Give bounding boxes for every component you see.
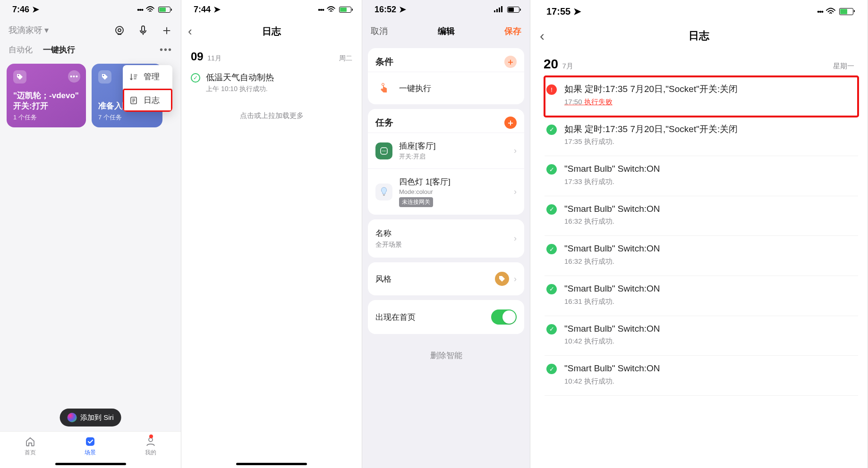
log-list: !如果 定时:17:35 7月20日,"Socket"开关:关闭17:50 执行… [530, 76, 868, 396]
tabbar-label: 我的 [145, 449, 156, 457]
log-time: 17:50 [564, 98, 584, 106]
home-indicator[interactable] [236, 463, 307, 465]
cellular-bars-icon [494, 6, 503, 14]
svg-point-16 [384, 150, 385, 151]
tap-icon [375, 80, 392, 97]
log-row[interactable]: ✓"Smart Bulb" Switch:ON16:32 执行成功. [545, 196, 858, 236]
date-left: 09 11月 [191, 50, 221, 63]
back-icon[interactable]: ‹ [540, 28, 545, 44]
status-time: 7:46 ➤ [12, 4, 39, 15]
log-result: 执行成功. [584, 217, 614, 225]
location-arrow-icon: ➤ [32, 4, 39, 15]
status-time: 7:44 ➤ [194, 4, 221, 15]
section-title: 任务 [375, 117, 393, 129]
log-time: 10:42 [564, 337, 584, 345]
camera-icon[interactable] [114, 25, 125, 36]
svg-rect-14 [381, 148, 387, 154]
log-row[interactable]: !如果 定时:17:35 7月20日,"Socket"开关:关闭17:50 执行… [545, 76, 858, 117]
clock: 16:52 [374, 5, 396, 15]
plus-icon[interactable]: ＋ [161, 25, 172, 36]
mic-icon[interactable] [137, 25, 149, 36]
log-row[interactable]: ✓"Smart Bulb" Switch:ON16:32 执行成功. [545, 236, 858, 276]
siri-label: 添加到 Siri [80, 413, 114, 422]
popover-log[interactable]: 日志 [123, 89, 172, 112]
scene-tabs: 自动化 一键执行 ••• [0, 40, 181, 60]
popover-manage-label: 管理 [144, 71, 160, 82]
scene-card-title: "迈凯轮；-vdevo" 开关:打开 [13, 91, 79, 111]
log-time: 16:31 [564, 297, 584, 305]
log-result: 执行失败 [584, 98, 613, 106]
name-row[interactable]: 名称 全开场景 › [368, 219, 524, 258]
log-title: "Smart Bulb" Switch:ON [564, 203, 856, 216]
nav-bar: ‹ 日志 [530, 23, 868, 49]
tabbar-me[interactable]: 我的 [145, 435, 157, 457]
chevron-right-icon: › [514, 187, 517, 197]
load-more-hint[interactable]: 点击或上拉加载更多 [181, 111, 362, 120]
success-icon: ✓ [546, 125, 557, 135]
svg-point-0 [116, 26, 123, 34]
tab-auto[interactable]: 自动化 [9, 44, 33, 55]
date-header: 09 11月 周二 [181, 43, 362, 67]
log-sub: 10:42 执行成功. [564, 377, 856, 386]
battery-icon [507, 7, 519, 13]
task-body: 四色灯 1[客厅] Mode:colour 未连接网关 [399, 176, 507, 207]
add-condition-icon[interactable]: ＋ [504, 56, 517, 68]
log-sub: 16:32 执行成功. [564, 217, 856, 226]
card-menu-icon[interactable]: ••• [68, 70, 80, 83]
wifi-icon [826, 8, 835, 15]
condition-section: 条件 ＋ 一键执行 [368, 48, 524, 104]
log-title: 低温天气自动制热 [206, 72, 274, 83]
more-popover: 管理 日志 [123, 65, 172, 112]
log-row[interactable]: ✓"Smart Bulb" Switch:ON16:31 执行成功. [545, 276, 858, 316]
log-sub: 17:50 执行失败 [564, 98, 856, 107]
task-sub: 开关:开启 [399, 152, 507, 161]
toggle-switch[interactable] [491, 309, 517, 325]
scene-card[interactable]: ••• "迈凯轮；-vdevo" 开关:打开 1 个任务 [7, 64, 86, 127]
log-row[interactable]: ✓"Smart Bulb" Switch:ON10:42 执行成功. [545, 316, 858, 356]
log-body: "Smart Bulb" Switch:ON17:33 执行成功. [564, 163, 856, 186]
add-task-icon[interactable]: ＋ [504, 117, 517, 129]
popover-manage[interactable]: 管理 [123, 65, 172, 89]
tab-one-tap[interactable]: 一键执行 [43, 44, 75, 55]
style-row[interactable]: 风格 › [368, 262, 524, 295]
date-month: 11月 [207, 54, 221, 62]
home-select[interactable]: 我滴家呀 ▾ [9, 25, 49, 36]
home-select-label: 我滴家呀 [9, 25, 43, 36]
cellular-icon: ••• [137, 6, 143, 14]
log-row[interactable]: ✓"Smart Bulb" Switch:ON17:33 执行成功. [545, 156, 858, 196]
home-indicator[interactable] [55, 463, 126, 465]
condition-row[interactable]: 一键执行 [368, 72, 524, 104]
status-right: ••• [817, 8, 853, 16]
siri-pill[interactable]: 添加到 Siri [60, 409, 121, 426]
task-row[interactable]: 四色灯 1[客厅] Mode:colour 未连接网关 › [368, 168, 524, 215]
log-body: "Smart Bulb" Switch:ON16:32 执行成功. [564, 242, 856, 266]
back-icon[interactable]: ‹ [188, 24, 192, 39]
battery-icon [339, 7, 351, 13]
style-label: 风格 [375, 274, 391, 284]
log-title: "Smart Bulb" Switch:ON [564, 362, 856, 375]
task-sub: Mode:colour [399, 188, 507, 195]
popover-log-label: 日志 [144, 95, 160, 106]
save-button[interactable]: 保存 [504, 25, 521, 37]
battery-icon [839, 8, 853, 15]
log-row[interactable]: ✓ 低温天气自动制热 上午 10:10 执行成功. [181, 67, 362, 95]
tabbar-scene[interactable]: 场景 [84, 435, 96, 457]
date-day: 09 [191, 50, 204, 63]
chevron-down-icon: ▾ [44, 25, 49, 35]
task-row[interactable]: 插座[客厅] 开关:开启 › [368, 133, 524, 168]
log-title: "Smart Bulb" Switch:ON [564, 323, 856, 335]
screen-log-simple: 7:44 ➤ ••• ‹ 日志 09 11月 周二 ✓ 低温天气自动制热 上午 … [181, 0, 362, 468]
scene-card-sub: 1 个任务 [13, 113, 79, 122]
chevron-right-icon: › [514, 234, 517, 243]
delete-button[interactable]: 删除智能 [362, 339, 530, 372]
log-row[interactable]: ✓如果 定时:17:35 7月20日,"Socket"开关:关闭17:35 执行… [545, 117, 858, 157]
log-row[interactable]: ✓"Smart Bulb" Switch:ON10:42 执行成功. [545, 356, 858, 396]
clock: 7:46 [12, 5, 29, 15]
tabbar-label: 首页 [25, 449, 36, 457]
nav-bar: ‹ 日志 [181, 19, 362, 43]
tag-icon [98, 70, 111, 84]
cancel-button[interactable]: 取消 [371, 25, 388, 37]
more-dots-icon[interactable]: ••• [160, 44, 172, 55]
sort-icon [129, 73, 138, 81]
tabbar-home[interactable]: 首页 [24, 435, 36, 457]
